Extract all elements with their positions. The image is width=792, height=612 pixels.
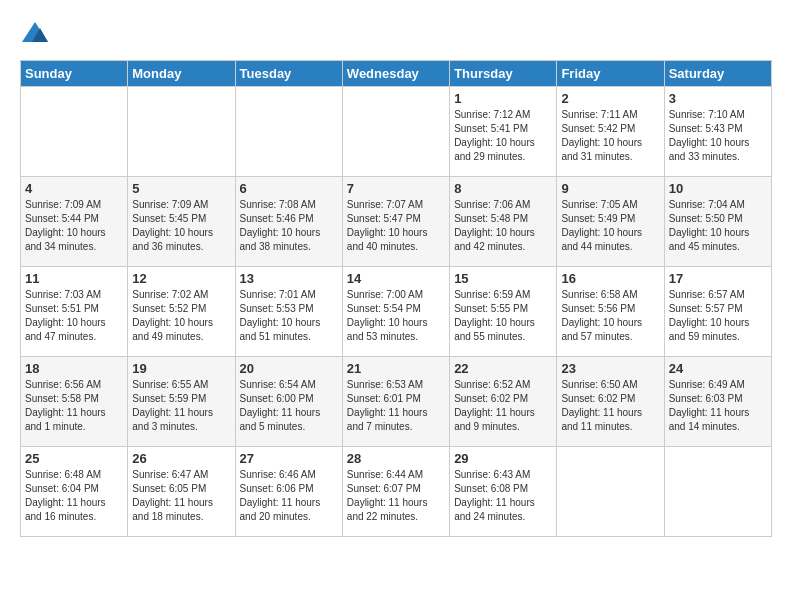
day-number: 23	[561, 361, 659, 376]
calendar-cell: 4Sunrise: 7:09 AMSunset: 5:44 PMDaylight…	[21, 177, 128, 267]
day-number: 10	[669, 181, 767, 196]
calendar-cell	[342, 87, 449, 177]
calendar-cell	[128, 87, 235, 177]
day-info: Sunrise: 7:10 AMSunset: 5:43 PMDaylight:…	[669, 108, 767, 164]
day-number: 16	[561, 271, 659, 286]
day-number: 4	[25, 181, 123, 196]
day-number: 12	[132, 271, 230, 286]
day-info: Sunrise: 7:01 AMSunset: 5:53 PMDaylight:…	[240, 288, 338, 344]
day-number: 27	[240, 451, 338, 466]
day-info: Sunrise: 6:48 AMSunset: 6:04 PMDaylight:…	[25, 468, 123, 524]
calendar-cell: 11Sunrise: 7:03 AMSunset: 5:51 PMDayligh…	[21, 267, 128, 357]
weekday-header-thursday: Thursday	[450, 61, 557, 87]
calendar-cell: 23Sunrise: 6:50 AMSunset: 6:02 PMDayligh…	[557, 357, 664, 447]
day-info: Sunrise: 6:59 AMSunset: 5:55 PMDaylight:…	[454, 288, 552, 344]
calendar-week-1: 1Sunrise: 7:12 AMSunset: 5:41 PMDaylight…	[21, 87, 772, 177]
calendar-cell: 29Sunrise: 6:43 AMSunset: 6:08 PMDayligh…	[450, 447, 557, 537]
calendar-cell: 12Sunrise: 7:02 AMSunset: 5:52 PMDayligh…	[128, 267, 235, 357]
calendar-cell: 28Sunrise: 6:44 AMSunset: 6:07 PMDayligh…	[342, 447, 449, 537]
calendar-cell: 1Sunrise: 7:12 AMSunset: 5:41 PMDaylight…	[450, 87, 557, 177]
day-info: Sunrise: 6:44 AMSunset: 6:07 PMDaylight:…	[347, 468, 445, 524]
day-info: Sunrise: 7:07 AMSunset: 5:47 PMDaylight:…	[347, 198, 445, 254]
day-number: 18	[25, 361, 123, 376]
calendar-cell: 21Sunrise: 6:53 AMSunset: 6:01 PMDayligh…	[342, 357, 449, 447]
calendar-cell: 17Sunrise: 6:57 AMSunset: 5:57 PMDayligh…	[664, 267, 771, 357]
day-number: 9	[561, 181, 659, 196]
calendar-cell: 9Sunrise: 7:05 AMSunset: 5:49 PMDaylight…	[557, 177, 664, 267]
day-number: 21	[347, 361, 445, 376]
calendar-cell: 22Sunrise: 6:52 AMSunset: 6:02 PMDayligh…	[450, 357, 557, 447]
calendar-week-5: 25Sunrise: 6:48 AMSunset: 6:04 PMDayligh…	[21, 447, 772, 537]
day-info: Sunrise: 7:09 AMSunset: 5:45 PMDaylight:…	[132, 198, 230, 254]
logo	[20, 20, 54, 50]
calendar-cell: 6Sunrise: 7:08 AMSunset: 5:46 PMDaylight…	[235, 177, 342, 267]
day-info: Sunrise: 6:54 AMSunset: 6:00 PMDaylight:…	[240, 378, 338, 434]
calendar-cell: 10Sunrise: 7:04 AMSunset: 5:50 PMDayligh…	[664, 177, 771, 267]
day-info: Sunrise: 7:12 AMSunset: 5:41 PMDaylight:…	[454, 108, 552, 164]
calendar-cell: 14Sunrise: 7:00 AMSunset: 5:54 PMDayligh…	[342, 267, 449, 357]
day-info: Sunrise: 6:46 AMSunset: 6:06 PMDaylight:…	[240, 468, 338, 524]
day-number: 26	[132, 451, 230, 466]
calendar-cell: 15Sunrise: 6:59 AMSunset: 5:55 PMDayligh…	[450, 267, 557, 357]
day-info: Sunrise: 7:03 AMSunset: 5:51 PMDaylight:…	[25, 288, 123, 344]
weekday-header-friday: Friday	[557, 61, 664, 87]
weekday-header-row: SundayMondayTuesdayWednesdayThursdayFrid…	[21, 61, 772, 87]
day-info: Sunrise: 7:09 AMSunset: 5:44 PMDaylight:…	[25, 198, 123, 254]
calendar-cell: 19Sunrise: 6:55 AMSunset: 5:59 PMDayligh…	[128, 357, 235, 447]
calendar-cell	[664, 447, 771, 537]
day-number: 25	[25, 451, 123, 466]
day-info: Sunrise: 7:00 AMSunset: 5:54 PMDaylight:…	[347, 288, 445, 344]
day-number: 13	[240, 271, 338, 286]
weekday-header-wednesday: Wednesday	[342, 61, 449, 87]
day-number: 15	[454, 271, 552, 286]
calendar-cell: 16Sunrise: 6:58 AMSunset: 5:56 PMDayligh…	[557, 267, 664, 357]
calendar-cell: 5Sunrise: 7:09 AMSunset: 5:45 PMDaylight…	[128, 177, 235, 267]
day-number: 11	[25, 271, 123, 286]
day-number: 7	[347, 181, 445, 196]
weekday-header-sunday: Sunday	[21, 61, 128, 87]
calendar-cell: 13Sunrise: 7:01 AMSunset: 5:53 PMDayligh…	[235, 267, 342, 357]
day-number: 29	[454, 451, 552, 466]
calendar-cell: 2Sunrise: 7:11 AMSunset: 5:42 PMDaylight…	[557, 87, 664, 177]
calendar-week-2: 4Sunrise: 7:09 AMSunset: 5:44 PMDaylight…	[21, 177, 772, 267]
day-number: 3	[669, 91, 767, 106]
calendar-cell: 7Sunrise: 7:07 AMSunset: 5:47 PMDaylight…	[342, 177, 449, 267]
day-info: Sunrise: 6:55 AMSunset: 5:59 PMDaylight:…	[132, 378, 230, 434]
day-info: Sunrise: 6:50 AMSunset: 6:02 PMDaylight:…	[561, 378, 659, 434]
day-info: Sunrise: 6:58 AMSunset: 5:56 PMDaylight:…	[561, 288, 659, 344]
logo-icon	[20, 20, 50, 50]
calendar-cell: 18Sunrise: 6:56 AMSunset: 5:58 PMDayligh…	[21, 357, 128, 447]
day-number: 24	[669, 361, 767, 376]
day-info: Sunrise: 7:02 AMSunset: 5:52 PMDaylight:…	[132, 288, 230, 344]
weekday-header-tuesday: Tuesday	[235, 61, 342, 87]
calendar-cell: 8Sunrise: 7:06 AMSunset: 5:48 PMDaylight…	[450, 177, 557, 267]
calendar-cell: 20Sunrise: 6:54 AMSunset: 6:00 PMDayligh…	[235, 357, 342, 447]
calendar-table: SundayMondayTuesdayWednesdayThursdayFrid…	[20, 60, 772, 537]
day-info: Sunrise: 6:53 AMSunset: 6:01 PMDaylight:…	[347, 378, 445, 434]
day-info: Sunrise: 6:43 AMSunset: 6:08 PMDaylight:…	[454, 468, 552, 524]
calendar-cell	[557, 447, 664, 537]
day-number: 22	[454, 361, 552, 376]
day-number: 6	[240, 181, 338, 196]
page-header	[20, 20, 772, 50]
weekday-header-saturday: Saturday	[664, 61, 771, 87]
day-number: 20	[240, 361, 338, 376]
day-number: 17	[669, 271, 767, 286]
day-info: Sunrise: 6:47 AMSunset: 6:05 PMDaylight:…	[132, 468, 230, 524]
calendar-cell	[235, 87, 342, 177]
day-info: Sunrise: 7:04 AMSunset: 5:50 PMDaylight:…	[669, 198, 767, 254]
day-info: Sunrise: 6:57 AMSunset: 5:57 PMDaylight:…	[669, 288, 767, 344]
weekday-header-monday: Monday	[128, 61, 235, 87]
day-number: 2	[561, 91, 659, 106]
day-number: 28	[347, 451, 445, 466]
day-number: 1	[454, 91, 552, 106]
calendar-week-3: 11Sunrise: 7:03 AMSunset: 5:51 PMDayligh…	[21, 267, 772, 357]
calendar-cell: 25Sunrise: 6:48 AMSunset: 6:04 PMDayligh…	[21, 447, 128, 537]
day-info: Sunrise: 7:08 AMSunset: 5:46 PMDaylight:…	[240, 198, 338, 254]
calendar-cell: 27Sunrise: 6:46 AMSunset: 6:06 PMDayligh…	[235, 447, 342, 537]
day-number: 14	[347, 271, 445, 286]
calendar-week-4: 18Sunrise: 6:56 AMSunset: 5:58 PMDayligh…	[21, 357, 772, 447]
day-info: Sunrise: 6:52 AMSunset: 6:02 PMDaylight:…	[454, 378, 552, 434]
day-info: Sunrise: 7:05 AMSunset: 5:49 PMDaylight:…	[561, 198, 659, 254]
day-info: Sunrise: 6:49 AMSunset: 6:03 PMDaylight:…	[669, 378, 767, 434]
